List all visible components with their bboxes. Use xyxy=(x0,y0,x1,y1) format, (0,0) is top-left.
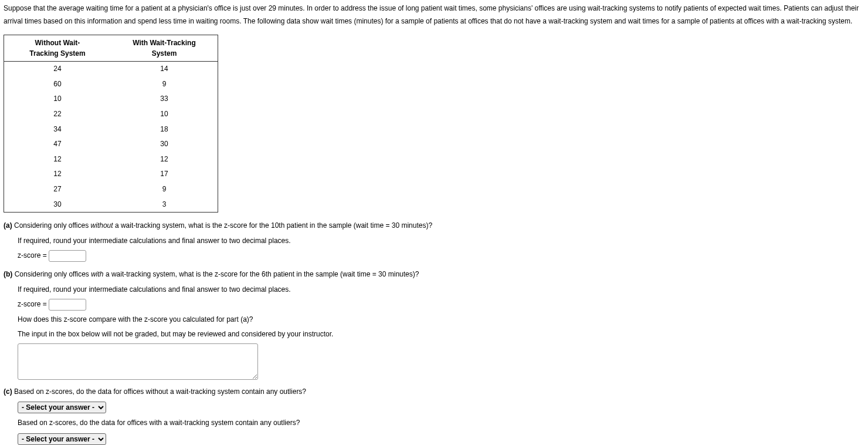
select-answer-c2[interactable]: - Select your answer - xyxy=(18,433,106,445)
zscore-input-a[interactable] xyxy=(49,250,86,262)
part-c-q1: Based on z-scores, do the data for offic… xyxy=(14,387,306,396)
zscore-input-b[interactable] xyxy=(49,299,86,311)
table-row: 1033 xyxy=(4,92,218,107)
table-row: 4730 xyxy=(4,137,218,152)
part-a: (a) Considering only offices without a w… xyxy=(4,220,864,262)
zscore-label-a: z-score = xyxy=(18,251,47,259)
zscore-label-b: z-score = xyxy=(18,300,47,308)
table-row: 303 xyxy=(4,197,218,213)
col-header-with: With Wait-Tracking System xyxy=(111,35,218,62)
table-row: 609 xyxy=(4,77,218,92)
table-row: 279 xyxy=(4,182,218,197)
part-b-note: The input in the box below will not be g… xyxy=(18,328,864,341)
part-a-label: (a) xyxy=(4,221,12,230)
part-c-label: (c) xyxy=(4,387,12,396)
part-a-question: Considering only offices without a wait-… xyxy=(14,221,432,230)
wait-times-table: Without Wait- Tracking System With Wait-… xyxy=(4,35,218,213)
table-row: 1212 xyxy=(4,152,218,167)
part-b: (b) Considering only offices with a wait… xyxy=(4,268,864,380)
table-row: 1217 xyxy=(4,167,218,182)
essay-input-b[interactable] xyxy=(18,343,258,380)
part-c-q2: Based on z-scores, do the data for offic… xyxy=(18,417,864,430)
part-b-round-note: If required, round your intermediate cal… xyxy=(18,284,864,296)
part-c: (c) Based on z-scores, do the data for o… xyxy=(4,386,864,445)
select-answer-c1[interactable]: - Select your answer - xyxy=(18,402,106,413)
table-row: 2414 xyxy=(4,62,218,77)
col-header-without: Without Wait- Tracking System xyxy=(4,35,111,62)
part-a-round-note: If required, round your intermediate cal… xyxy=(18,235,864,248)
part-b-question: Considering only offices with a wait-tra… xyxy=(15,270,419,278)
part-b-compare: How does this z-score compare with the z… xyxy=(18,313,864,326)
table-row: 3418 xyxy=(4,122,218,137)
intro-text: Suppose that the average waiting time fo… xyxy=(4,2,864,28)
part-b-label: (b) xyxy=(4,270,12,278)
table-row: 2210 xyxy=(4,107,218,122)
